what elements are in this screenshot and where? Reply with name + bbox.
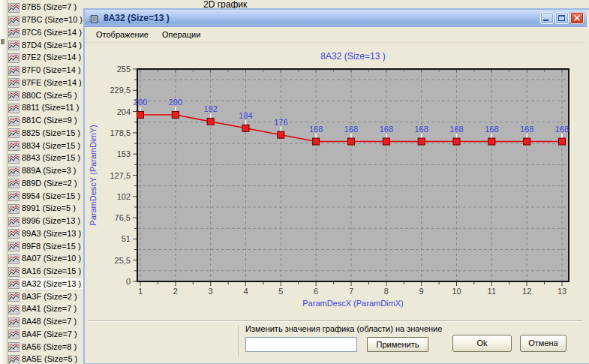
point-label: 168 xyxy=(414,125,428,134)
list-item[interactable]: 87B5 (Size=7 ) xyxy=(8,1,84,14)
list-item[interactable]: 8811 (Size=11 ) xyxy=(8,101,84,114)
list-item[interactable]: 8834 (Size=15 ) xyxy=(8,139,84,152)
data-point[interactable] xyxy=(453,138,460,145)
list-item[interactable]: 8843 (Size=15 ) xyxy=(8,152,84,164)
list-item-label: 87E2 (Size=14 ) xyxy=(22,53,81,62)
list-item[interactable]: 8996 (Size=13 ) xyxy=(8,215,84,227)
list-item[interactable]: 889A (Size=3 ) xyxy=(8,164,84,177)
x-tick-label: 3 xyxy=(209,287,213,296)
chart-icon xyxy=(8,140,20,150)
data-point[interactable] xyxy=(207,118,214,125)
ok-button[interactable]: Ok xyxy=(452,335,512,352)
close-button[interactable] xyxy=(570,12,584,24)
list-item[interactable]: 8A48 (Size=7 ) xyxy=(8,315,84,328)
list-item[interactable]: 880C (Size=5 ) xyxy=(8,89,84,101)
list-item[interactable]: 8A5E (Size=5 ) xyxy=(8,353,84,364)
chip-icon xyxy=(89,14,100,23)
list-item[interactable]: 87FE (Size=14 ) xyxy=(8,77,84,89)
chart-icon xyxy=(8,191,20,200)
data-point[interactable] xyxy=(278,131,284,138)
x-tick-label: 6 xyxy=(314,287,318,296)
y-tick-label: 255 xyxy=(117,65,131,74)
list-item[interactable]: 8A16 (Size=15 ) xyxy=(8,265,84,278)
list-item[interactable]: 8A4F (Size=7 ) xyxy=(8,328,84,341)
list-item[interactable]: 89A3 (Size=13 ) xyxy=(8,227,84,240)
data-point[interactable] xyxy=(172,112,179,119)
list-item[interactable]: 8A56 (Size=8 ) xyxy=(8,340,84,353)
x-tick-label: 8 xyxy=(384,287,389,296)
list-item-label: 8843 (Size=15 ) xyxy=(22,153,80,162)
point-label: 168 xyxy=(344,125,358,134)
list-item[interactable]: 8825 (Size=15 ) xyxy=(8,127,84,140)
list-item-label: 8834 (Size=15 ) xyxy=(22,141,80,150)
data-point[interactable] xyxy=(383,138,389,145)
chart-icon xyxy=(8,354,20,364)
maximize-icon xyxy=(555,12,569,24)
data-point[interactable] xyxy=(559,138,566,145)
list-item-label: 8991 (Size=5 ) xyxy=(22,203,76,212)
point-label: 200 xyxy=(134,98,147,107)
chart-icon xyxy=(8,103,20,113)
data-point[interactable] xyxy=(242,125,249,131)
dialog-titlebar[interactable]: 8A32 (Size=13 ) xyxy=(85,10,587,27)
list-item[interactable]: 87F0 (Size=14 ) xyxy=(8,64,84,77)
dialog-window: 8A32 (Size=13 ) xyxy=(83,8,589,364)
chart-icon xyxy=(8,228,20,238)
y-tick-label: 51 xyxy=(122,234,131,243)
data-point[interactable] xyxy=(313,138,320,145)
chart-icon xyxy=(8,166,20,176)
data-point[interactable] xyxy=(524,138,530,145)
list-item-label: 8A07 (Size=10 ) xyxy=(22,254,81,263)
chart-icon xyxy=(8,53,20,62)
menu-item-operations[interactable]: Операции xyxy=(155,28,207,41)
list-item[interactable]: 8A41 (Size=7 ) xyxy=(8,302,84,315)
data-point[interactable] xyxy=(348,138,355,145)
list-item[interactable]: 881C (Size=9 ) xyxy=(8,114,84,127)
menu-item-display[interactable]: Отображение xyxy=(89,28,155,41)
list-item[interactable]: 87C6 (Size=14 ) xyxy=(8,26,84,39)
data-point[interactable] xyxy=(488,138,495,145)
list-item[interactable]: 8954 (Size=15 ) xyxy=(8,189,84,202)
point-label: 168 xyxy=(449,125,463,134)
list-item-label: 8A4F (Size=7 ) xyxy=(22,329,77,338)
y-tick-label: 25,5 xyxy=(115,256,131,265)
list-item[interactable]: 89F8 (Size=15 ) xyxy=(8,239,84,252)
list-item[interactable]: 8A07 (Size=10 ) xyxy=(8,252,84,265)
x-tick-label: 7 xyxy=(349,287,353,296)
chart-icon xyxy=(8,153,20,163)
apply-button[interactable]: Применить xyxy=(367,337,428,352)
x-tick-label: 13 xyxy=(557,287,566,296)
list-item-label: 8A5E (Size=5 ) xyxy=(22,354,77,363)
point-label: 168 xyxy=(485,125,498,134)
chart-icon xyxy=(8,128,20,137)
chart-title: 8A32 (Size=13 ) xyxy=(320,51,385,62)
list-item[interactable]: 87E2 (Size=14 ) xyxy=(8,51,84,64)
cancel-button[interactable]: Отмена xyxy=(520,335,566,352)
minimize-button[interactable] xyxy=(540,12,554,24)
chart[interactable]: 255229,5204178,5153127,510276,55125,5012… xyxy=(85,43,587,319)
x-tick-label: 5 xyxy=(278,287,283,296)
list-item[interactable]: 8A32 (Size=13 ) xyxy=(8,278,84,290)
list-item[interactable]: 87BC (Size=10 ) xyxy=(8,14,84,26)
chart-icon xyxy=(8,65,20,75)
list-item[interactable]: 87D4 (Size=14 ) xyxy=(8,38,84,51)
y-tick-label: 76,5 xyxy=(115,213,131,222)
chart-icon xyxy=(8,27,20,37)
list-item[interactable]: 889D (Size=2 ) xyxy=(8,177,84,190)
list-item-label: 87BC (Size=10 ) xyxy=(22,15,83,24)
dialog-title: 8A32 (Size=13 ) xyxy=(104,13,170,23)
chart-icon xyxy=(8,317,20,326)
chart-icon xyxy=(8,341,20,351)
vertical-separator xyxy=(239,325,240,356)
value-input[interactable] xyxy=(245,337,357,352)
y-tick-label: 229,5 xyxy=(110,86,131,95)
list-item[interactable]: 8991 (Size=5 ) xyxy=(8,202,84,215)
data-point[interactable] xyxy=(137,112,144,119)
maximize-button[interactable] xyxy=(555,12,569,24)
data-point[interactable] xyxy=(418,138,425,145)
left-scrollbar[interactable] xyxy=(0,0,8,364)
list-item-label: 8A41 (Size=7 ) xyxy=(22,304,77,313)
list-item-label: 8A3F (Size=2 ) xyxy=(22,292,77,301)
list-item[interactable]: 8A3F (Size=2 ) xyxy=(8,290,84,302)
list-item-label: 87F0 (Size=14 ) xyxy=(22,65,81,74)
